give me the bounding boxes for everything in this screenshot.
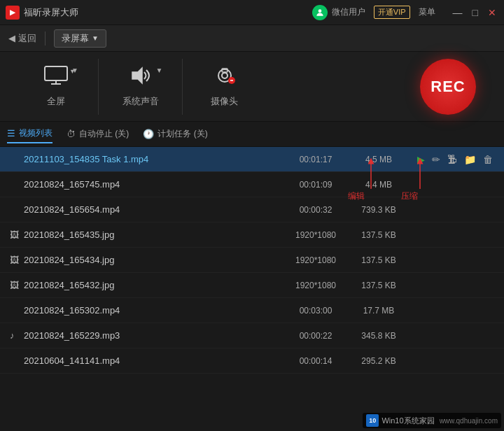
file-type-icon: 🖼: [10, 280, 24, 290]
file-name: 20210824_165434.jpg: [24, 255, 284, 265]
user-name: 微信用户: [332, 6, 365, 18]
file-row[interactable]: 🖼20210824_165435.jpg1920*1080137.5 KB: [0, 222, 504, 248]
file-name: 20210824_165229.mp3: [24, 330, 284, 341]
rec-mode-label: 录屏幕: [62, 32, 89, 45]
svg-point-0: [318, 9, 321, 13]
file-duration: 1920*1080: [284, 281, 347, 290]
file-list: 20211103_154835 Task 1.mp400:01:174.5 MB…: [0, 147, 504, 374]
clock-icon: 🕐: [143, 129, 154, 139]
menu-button[interactable]: 菜单: [419, 6, 435, 18]
tab-schedule[interactable]: 🕐 计划任务 (关): [143, 125, 207, 143]
file-name: 20210824_165435.jpg: [24, 229, 284, 240]
file-row[interactable]: 🖼20210824_165432.jpg1920*1080137.5 KB: [0, 273, 504, 298]
title-bar-right: 微信用户 开通VIP 菜单 — □ ✕: [312, 5, 498, 20]
file-duration: 00:00:14: [284, 356, 347, 366]
file-actions: ▶✏🗜📁🗑: [410, 153, 494, 167]
file-duration: 00:00:32: [284, 205, 347, 215]
svg-point-6: [222, 73, 227, 78]
audio-icon: ▼: [128, 65, 153, 91]
rec-mode-button[interactable]: 录屏幕 ▼: [54, 29, 106, 48]
file-row[interactable]: 20210824_165745.mp400:01:094.4 MB: [0, 172, 504, 197]
controls-area: ▼ 全屏 ▼ 系统声音 摄像头 REC: [0, 52, 504, 122]
svg-marker-4: [132, 68, 142, 83]
back-button[interactable]: ◀ 返回: [8, 32, 36, 45]
file-size: 345.8 KB: [347, 331, 410, 341]
fullscreen-control[interactable]: ▼ 全屏: [14, 59, 98, 115]
audio-label: 系统声音: [122, 95, 159, 108]
rec-mode-arrow-icon: ▼: [92, 34, 99, 42]
user-area: 微信用户: [312, 5, 365, 20]
camera-control[interactable]: 摄像头: [182, 59, 266, 115]
file-size: 137.5 KB: [347, 255, 410, 265]
tab-schedule-label: 计划任务 (关): [158, 128, 207, 140]
camera-icon: [212, 65, 237, 91]
app-logo: ▶: [6, 6, 20, 20]
user-avatar: [312, 5, 328, 20]
fullscreen-label: 全屏: [47, 95, 65, 108]
title-bar: ▶ 福昕录屏大师 微信用户 开通VIP 菜单 — □ ✕: [0, 0, 504, 25]
rec-button-area: REC: [266, 59, 490, 115]
tab-bar: ☰ 视频列表 ⏱ 自动停止 (关) 🕐 计划任务 (关): [0, 122, 504, 147]
maximize-button[interactable]: □: [470, 7, 480, 18]
file-name: 20210824_165432.jpg: [24, 280, 284, 290]
file-size: 17.7 MB: [347, 306, 410, 316]
file-size: 739.3 KB: [347, 205, 410, 215]
vip-button[interactable]: 开通VIP: [374, 6, 410, 19]
file-duration: 00:03:00: [284, 306, 347, 316]
minimize-button[interactable]: —: [451, 7, 465, 18]
file-size: 137.5 KB: [347, 230, 410, 240]
file-row[interactable]: 20210604_141141.mp400:00:14295.2 KB: [0, 348, 504, 374]
file-duration: 00:00:22: [284, 331, 347, 341]
rec-label: REC: [430, 78, 465, 96]
back-arrow-icon: ◀: [8, 33, 15, 43]
delete-button[interactable]: 🗑: [482, 153, 494, 167]
app-title: 福昕录屏大师: [24, 6, 312, 19]
window-controls: — □ ✕: [451, 7, 498, 18]
audio-control[interactable]: ▼ 系统声音: [98, 59, 182, 115]
file-size: 137.5 KB: [347, 281, 410, 290]
play-button[interactable]: ▶: [416, 153, 426, 167]
tab-auto-stop[interactable]: ⏱ 自动停止 (关): [66, 125, 129, 143]
watermark-logo: 10: [366, 414, 379, 427]
close-button[interactable]: ✕: [486, 7, 498, 18]
list-icon: ☰: [7, 128, 15, 139]
rec-button[interactable]: REC: [420, 59, 476, 115]
file-type-icon: 🖼: [10, 229, 24, 240]
file-name: 20210824_165654.mp4: [24, 204, 284, 215]
file-size: 4.5 MB: [347, 155, 410, 164]
file-size: 4.4 MB: [347, 180, 410, 190]
file-row[interactable]: ♪20210824_165229.mp300:00:22345.8 KB: [0, 323, 504, 348]
file-duration: 1920*1080: [284, 230, 347, 240]
monitor-icon: ▼: [43, 65, 69, 91]
file-type-icon: ♪: [10, 330, 24, 341]
back-label: 返回: [18, 32, 36, 45]
file-row[interactable]: 20211103_154835 Task 1.mp400:01:174.5 MB…: [0, 147, 504, 172]
file-duration: 00:01:17: [284, 155, 347, 164]
timer-icon: ⏱: [66, 129, 76, 139]
file-duration: 00:01:09: [284, 180, 347, 190]
file-size: 295.2 KB: [347, 356, 410, 366]
file-name: 20210604_141141.mp4: [24, 355, 284, 366]
file-name: 20210824_165302.mp4: [24, 305, 284, 316]
file-row[interactable]: 20210824_165654.mp400:00:32739.3 KB: [0, 197, 504, 222]
file-type-icon: 🖼: [10, 255, 24, 265]
open-folder-button[interactable]: 📁: [463, 153, 477, 167]
file-row[interactable]: 🖼20210824_165434.jpg1920*1080137.5 KB: [0, 248, 504, 273]
toolbar: ◀ 返回 录屏幕 ▼: [0, 25, 504, 52]
compress-button[interactable]: 🗜: [446, 153, 458, 167]
camera-label: 摄像头: [211, 95, 238, 108]
edit-button[interactable]: ✏: [430, 153, 442, 167]
file-name: 20210824_165745.mp4: [24, 179, 284, 190]
tab-video-list-label: 视频列表: [19, 127, 52, 139]
file-row[interactable]: 20210824_165302.mp400:03:0017.7 MB: [0, 298, 504, 323]
tab-video-list[interactable]: ☰ 视频列表: [7, 125, 52, 143]
watermark: 10 Win10系统家园 www.qdhuajin.com: [363, 413, 501, 428]
file-duration: 1920*1080: [284, 255, 347, 265]
tab-auto-stop-label: 自动停止 (关): [79, 128, 129, 140]
toolbar-divider: [45, 31, 46, 45]
file-name: 20211103_154835 Task 1.mp4: [24, 154, 284, 164]
watermark-text: Win10系统家园 www.qdhuajin.com: [382, 416, 498, 426]
svg-rect-1: [45, 66, 67, 80]
